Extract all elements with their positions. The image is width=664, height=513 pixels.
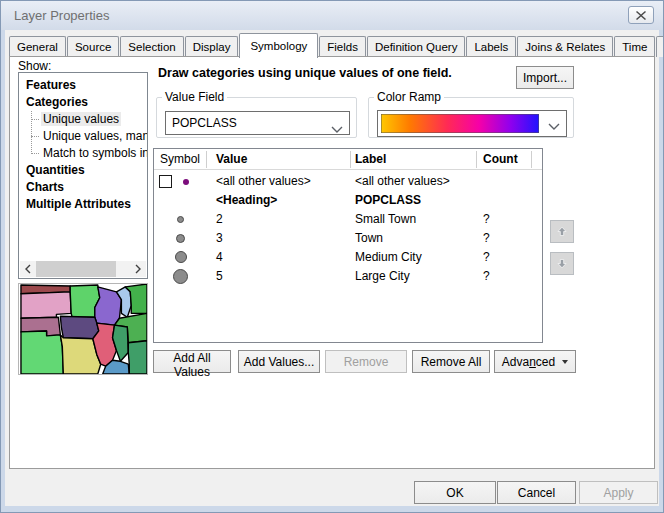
tab-strip: General Source Selection Display Symbolo… xyxy=(9,33,657,57)
tree-item-multiple-attributes[interactable]: Multiple Attributes xyxy=(19,196,145,213)
dropdown-arrow-icon xyxy=(562,360,568,364)
tree-item-charts[interactable]: Charts xyxy=(19,179,145,196)
value-field-selected: POPCLASS xyxy=(172,116,237,130)
scroll-right-icon[interactable] xyxy=(130,261,146,277)
move-up-button[interactable] xyxy=(550,220,574,243)
tab-fields[interactable]: Fields xyxy=(319,36,366,57)
layer-properties-dialog: Layer Properties General Source Selectio… xyxy=(0,0,664,513)
color-ramp-dropdown[interactable] xyxy=(377,110,567,137)
draw-categories-instruction: Draw categories using unique values of o… xyxy=(158,66,452,80)
symbol-table-header: Symbol Value Label Count xyxy=(154,149,542,170)
column-divider[interactable] xyxy=(531,151,532,168)
color-ramp-gradient xyxy=(381,114,539,133)
tab-general[interactable]: General xyxy=(9,36,66,57)
tab-definition-query[interactable]: Definition Query xyxy=(367,36,465,57)
column-divider[interactable] xyxy=(350,151,351,168)
remove-all-button[interactable]: Remove All xyxy=(412,350,490,373)
show-tree-listbox[interactable]: Features Categories Unique values Unique… xyxy=(18,72,148,279)
scroll-left-icon[interactable] xyxy=(20,261,36,277)
table-row-all-other-values[interactable]: <all other values> <all other values> xyxy=(154,172,542,191)
tree-horizontal-scrollbar[interactable] xyxy=(20,261,146,277)
move-down-button[interactable] xyxy=(550,252,574,275)
table-row-town[interactable]: 3 Town ? xyxy=(154,229,542,248)
add-all-values-button[interactable]: Add All Values xyxy=(153,350,231,373)
tab-time[interactable]: Time xyxy=(614,36,655,57)
point-symbol-icon[interactable] xyxy=(176,234,185,243)
apply-button: Apply xyxy=(579,481,658,504)
tab-labels[interactable]: Labels xyxy=(466,36,516,57)
ok-button[interactable]: OK xyxy=(414,481,496,504)
point-symbol-icon[interactable] xyxy=(175,251,187,263)
tree-item-categories[interactable]: Categories xyxy=(19,94,145,111)
col-label: Label xyxy=(355,152,386,166)
close-button[interactable] xyxy=(628,6,654,24)
up-arrow-icon xyxy=(557,224,567,239)
column-divider[interactable] xyxy=(206,151,207,168)
color-ramp-groupbox: Color Ramp xyxy=(368,90,574,138)
import-button[interactable]: Import... xyxy=(516,66,574,89)
add-values-button[interactable]: Add Values... xyxy=(238,350,320,373)
table-row-heading[interactable]: <Heading> POPCLASS xyxy=(154,191,542,210)
tab-symbology[interactable]: Symbology xyxy=(239,33,318,58)
advanced-button[interactable]: Advanced xyxy=(494,350,576,373)
table-row-medium-city[interactable]: 4 Medium City ? xyxy=(154,248,542,267)
down-arrow-icon xyxy=(557,256,567,271)
tree-item-unique-values-many[interactable]: Unique values, many xyxy=(19,128,145,145)
value-field-groupbox: Value Field POPCLASS xyxy=(156,90,357,138)
value-field-legend: Value Field xyxy=(162,90,227,104)
table-row-small-town[interactable]: 2 Small Town ? xyxy=(154,210,542,229)
tree-item-features[interactable]: Features xyxy=(19,77,145,94)
column-divider[interactable] xyxy=(476,151,477,168)
point-symbol-icon[interactable] xyxy=(173,269,188,284)
symbology-page: Show: Features Categories Unique values … xyxy=(9,56,655,469)
cancel-button[interactable]: Cancel xyxy=(497,481,576,504)
map-preview-thumbnail xyxy=(18,283,148,375)
title-bar[interactable]: Layer Properties xyxy=(1,1,663,30)
tab-display[interactable]: Display xyxy=(185,36,239,57)
col-value: Value xyxy=(216,152,247,166)
window-title: Layer Properties xyxy=(14,8,109,23)
color-ramp-legend: Color Ramp xyxy=(374,90,444,104)
scrollbar-thumb[interactable] xyxy=(36,261,116,277)
symbol-table[interactable]: Symbol Value Label Count <all other valu… xyxy=(153,148,543,343)
point-symbol-icon[interactable] xyxy=(177,216,184,223)
tree-item-match-to-symbols[interactable]: Match to symbols in a xyxy=(19,145,145,162)
tab-joins-relates[interactable]: Joins & Relates xyxy=(517,36,613,57)
remove-button: Remove xyxy=(325,350,407,373)
all-other-values-checkbox[interactable] xyxy=(159,175,172,188)
all-other-values-symbol-icon[interactable] xyxy=(183,179,189,185)
col-count: Count xyxy=(483,152,518,166)
chevron-down-icon xyxy=(548,120,560,134)
tab-selection[interactable]: Selection xyxy=(120,36,183,57)
col-symbol: Symbol xyxy=(160,152,200,166)
tab-source[interactable]: Source xyxy=(67,36,119,57)
tab-html-popup[interactable]: HTML Popup xyxy=(656,36,664,57)
tree-item-quantities[interactable]: Quantities xyxy=(19,162,145,179)
show-label: Show: xyxy=(18,59,51,73)
chevron-down-icon xyxy=(331,119,343,141)
value-field-dropdown[interactable]: POPCLASS xyxy=(165,111,350,135)
tree-item-unique-values[interactable]: Unique values xyxy=(19,111,145,128)
table-row-large-city[interactable]: 5 Large City ? xyxy=(154,267,542,286)
close-icon xyxy=(636,11,646,20)
